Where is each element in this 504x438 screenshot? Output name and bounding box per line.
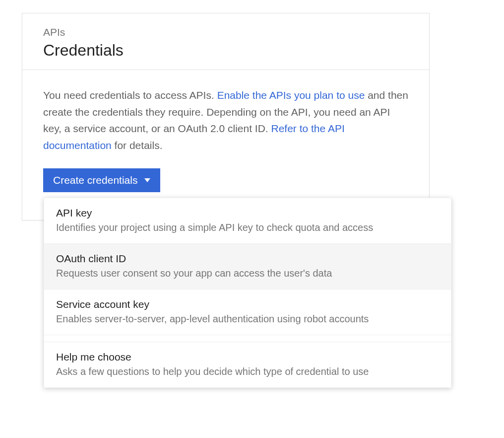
- section-label: APIs: [43, 26, 408, 38]
- card-header: APIs Credentials: [22, 13, 429, 70]
- menu-item-api-key[interactable]: API key Identifies your project using a …: [44, 198, 451, 244]
- create-credentials-button[interactable]: Create credentials: [43, 168, 160, 192]
- menu-item-oauth-client-id[interactable]: OAuth client ID Requests user consent so…: [44, 244, 451, 290]
- menu-item-desc: Requests user consent so your app can ac…: [56, 268, 439, 279]
- menu-item-title: Help me choose: [56, 351, 439, 363]
- create-credentials-menu: API key Identifies your project using a …: [44, 198, 451, 388]
- intro-text-1: You need credentials to access APIs.: [43, 89, 217, 101]
- menu-divider: [44, 335, 451, 342]
- menu-item-title: OAuth client ID: [56, 253, 439, 265]
- menu-item-desc: Asks a few questions to help you decide …: [56, 366, 439, 377]
- credentials-card: APIs Credentials You need credentials to…: [22, 13, 430, 220]
- intro-text: You need credentials to access APIs. Ena…: [43, 87, 408, 153]
- menu-item-title: API key: [56, 207, 439, 219]
- menu-item-service-account-key[interactable]: Service account key Enables server-to-se…: [44, 290, 451, 335]
- page-title: Credentials: [43, 41, 408, 60]
- menu-item-desc: Identifies your project using a simple A…: [56, 222, 439, 233]
- enable-apis-link[interactable]: Enable the APIs you plan to use: [217, 89, 365, 101]
- intro-text-3: for details.: [112, 140, 163, 151]
- caret-down-icon: [144, 178, 150, 182]
- menu-item-help-me-choose[interactable]: Help me choose Asks a few questions to h…: [44, 342, 451, 387]
- create-credentials-label: Create credentials: [53, 174, 137, 186]
- menu-item-title: Service account key: [56, 298, 439, 310]
- menu-item-desc: Enables server-to-server, app-level auth…: [56, 313, 439, 325]
